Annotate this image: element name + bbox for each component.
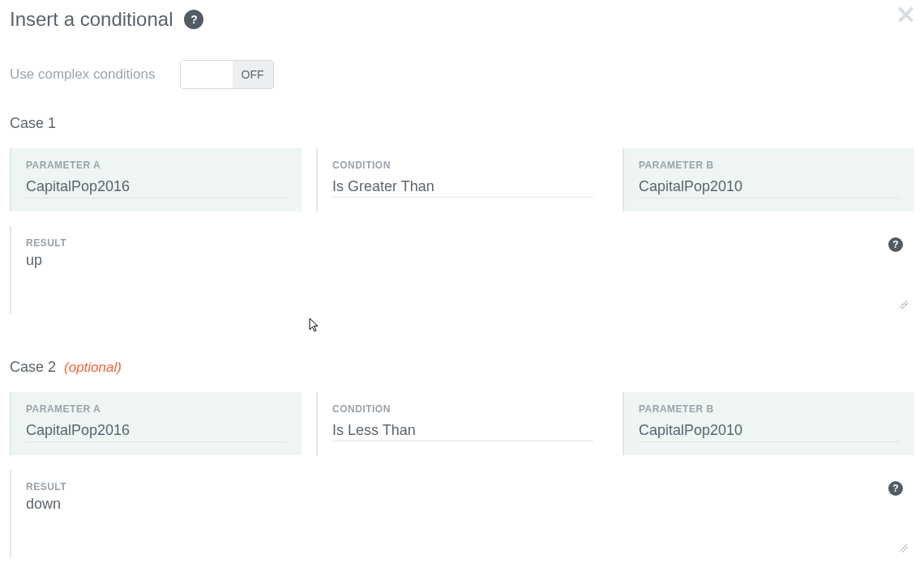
dialog-header: Insert a conditional ? [10,8,914,31]
case-1-result-card: ? RESULT up [10,226,914,313]
case-1-param-b-card[interactable]: PARAMETER B [622,148,914,211]
case-2-param-a-card[interactable]: PARAMETER A [10,392,302,455]
help-icon[interactable]: ? [888,237,903,252]
resize-grip-icon [900,301,908,309]
case-2-param-b-input[interactable] [639,422,900,442]
param-b-label: PARAMETER B [639,403,900,415]
case-1-param-a-card[interactable]: PARAMETER A [10,148,302,211]
case-1-condition-select[interactable]: Is Greater Than [332,178,593,198]
case-2-condition-card[interactable]: CONDITION Is Less Than [316,392,608,455]
close-icon[interactable]: ✕ [896,3,916,28]
case-1-condition-row: PARAMETER A CONDITION Is Greater Than PA… [10,148,914,211]
complex-conditions-toggle[interactable]: OFF [180,60,274,89]
condition-label: CONDITION [332,403,593,415]
dialog-title: Insert a conditional [10,8,173,31]
case-2-param-a-input[interactable] [26,422,287,442]
case-1-result-input[interactable]: up [26,252,900,291]
toggle-off-label: OFF [233,61,273,88]
case-1-condition-card[interactable]: CONDITION Is Greater Than [316,148,608,211]
case-2-condition-row: PARAMETER A CONDITION Is Less Than PARAM… [10,392,914,455]
help-icon[interactable]: ? [888,481,903,496]
complex-conditions-row: Use complex conditions OFF [10,60,914,89]
param-a-label: PARAMETER A [26,403,287,415]
case-1-heading: Case 1 [10,115,914,132]
resize-grip-icon [900,544,908,552]
result-label: RESULT [26,481,900,492]
param-a-label: PARAMETER A [26,160,287,171]
case-1-param-b-input[interactable] [639,178,900,198]
help-icon[interactable]: ? [184,10,203,29]
mouse-cursor-icon [309,318,320,334]
case-2-condition-select[interactable]: Is Less Than [332,422,593,441]
result-label: RESULT [26,237,900,249]
param-b-label: PARAMETER B [639,160,900,171]
case-2-result-card: ? RESULT down [10,470,914,557]
case-1-param-a-input[interactable] [26,178,287,198]
complex-conditions-label: Use complex conditions [10,66,156,83]
optional-label: (optional) [64,360,122,376]
case-2-param-b-card[interactable]: PARAMETER B [622,392,914,455]
case-2-result-input[interactable]: down [26,496,900,535]
condition-label: CONDITION [332,160,593,171]
case-2-heading: Case 2 (optional) [10,359,914,376]
